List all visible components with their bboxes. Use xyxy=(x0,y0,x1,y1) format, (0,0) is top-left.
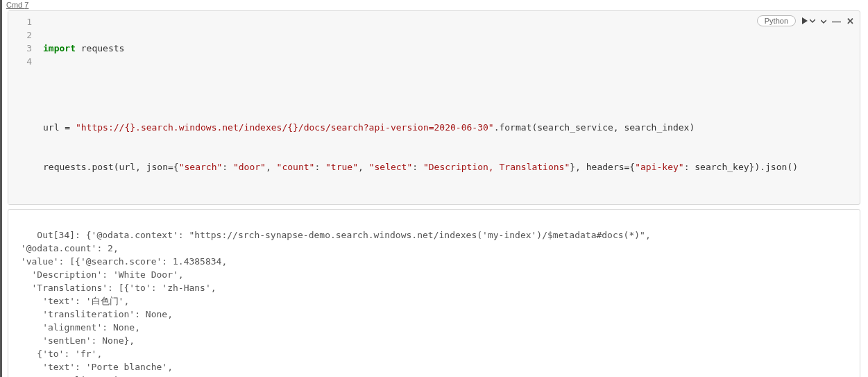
code-line: url = "https://{}.search.windows.net/ind… xyxy=(43,121,857,134)
line-number-gutter: 1 2 3 4 xyxy=(8,11,37,204)
cell-label-number: 7 xyxy=(24,1,28,9)
cell-toolbar: Python — ✕ xyxy=(757,15,854,26)
caret-down-icon[interactable] xyxy=(821,17,826,26)
close-icon[interactable]: ✕ xyxy=(846,17,854,26)
language-pill[interactable]: Python xyxy=(757,15,796,26)
code-line: requests.post(url, json={"search": "door… xyxy=(43,160,857,174)
svg-marker-0 xyxy=(802,17,808,24)
code-lines[interactable]: import requests url = "https://{}.search… xyxy=(37,11,860,204)
line-number: 4 xyxy=(8,55,32,68)
output-block: Out[34]: {'@odata.context': "https://src… xyxy=(8,209,860,377)
code-line: import requests xyxy=(43,42,857,55)
run-button[interactable] xyxy=(801,17,815,24)
line-number: 1 xyxy=(8,15,32,28)
output-text: Out[34]: {'@odata.context': "https://src… xyxy=(15,230,651,377)
cell-label-prefix: Cmd xyxy=(6,1,24,9)
minimize-icon[interactable]: — xyxy=(832,17,841,26)
code-input-block: Python — ✕ 1 2 3 4 import requests url =… xyxy=(8,10,860,205)
line-number: 3 xyxy=(8,42,32,55)
code-editor[interactable]: 1 2 3 4 import requests url = "https://{… xyxy=(8,11,860,204)
play-icon xyxy=(801,17,808,24)
cell-label: Cmd 7 xyxy=(2,0,866,10)
chevron-down-icon xyxy=(810,18,815,24)
line-number: 2 xyxy=(8,28,32,42)
notebook-cell: Cmd 7 Python — ✕ 1 2 3 4 import requests xyxy=(0,0,866,377)
code-line xyxy=(43,81,857,94)
